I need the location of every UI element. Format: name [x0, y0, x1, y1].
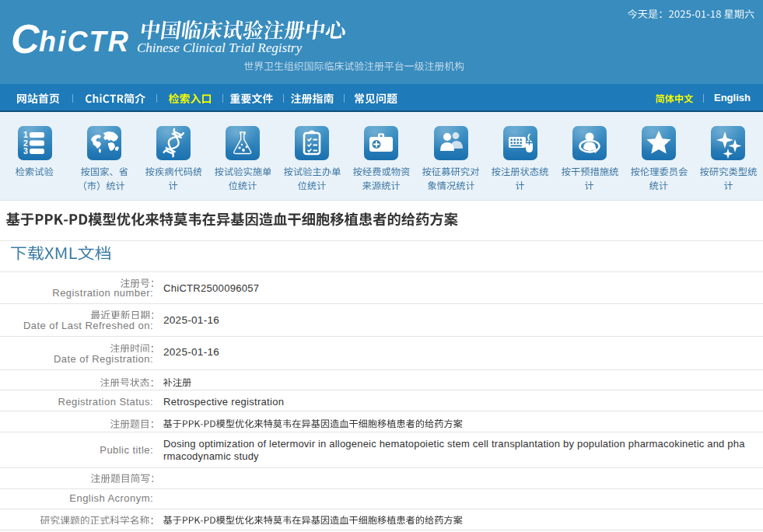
svg-text:3: 3 — [23, 146, 28, 156]
